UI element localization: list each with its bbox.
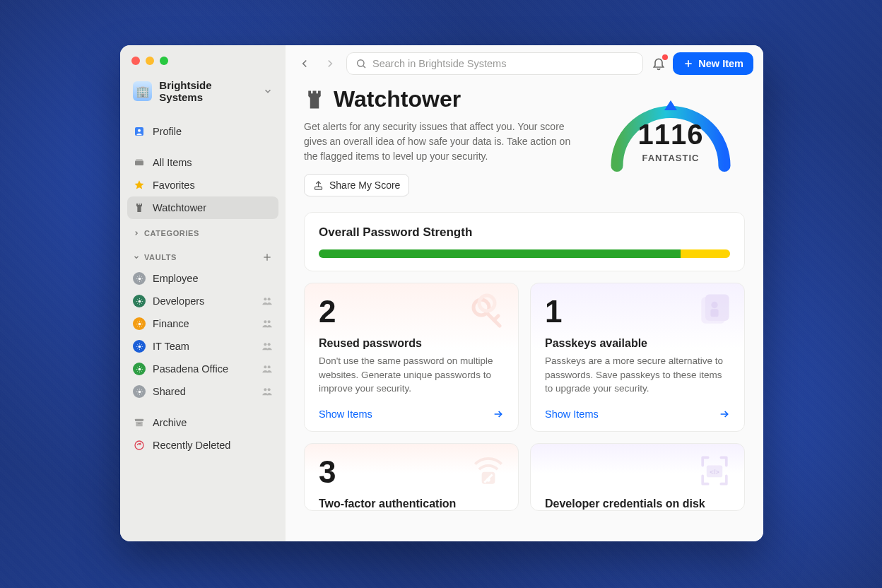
page-title-text: Watchtower [334, 86, 461, 112]
arrow-right-icon [719, 408, 730, 420]
star-icon [133, 179, 146, 192]
svg-point-13 [138, 345, 141, 348]
arrow-right-icon [493, 408, 504, 420]
card-title: Passkeys available [545, 337, 730, 350]
card-title: Two-factor authentication [319, 498, 504, 510]
account-switcher[interactable]: 🏢 Brightside Systems [127, 75, 278, 107]
vault-label: Employee [153, 273, 198, 284]
svg-point-9 [268, 298, 271, 300]
app-window: 🏢 Brightside Systems Profile All Items [120, 45, 763, 541]
vault-item[interactable]: Shared [127, 380, 278, 403]
shared-icon [261, 363, 273, 375]
sidebar-item-favorites[interactable]: Favorites [127, 174, 278, 196]
svg-rect-30 [315, 187, 322, 189]
search-input[interactable] [372, 58, 634, 69]
passkey-icon [695, 290, 734, 330]
svg-point-36 [711, 302, 717, 308]
svg-rect-35 [705, 295, 729, 321]
chevron-right-icon [133, 230, 140, 237]
svg-point-7 [138, 300, 141, 302]
sidebar-item-deleted[interactable]: Recently Deleted [127, 434, 278, 457]
lock-wifi-icon [469, 451, 508, 490]
share-label: Share My Score [329, 180, 400, 191]
vault-label: Shared [153, 386, 186, 397]
vault-icon [133, 363, 146, 375]
vault-label: Finance [153, 318, 189, 329]
sidebar-item-archive[interactable]: Archive [127, 411, 278, 434]
sidebar-label: Recently Deleted [153, 440, 230, 451]
search-box[interactable] [346, 52, 643, 75]
vault-item[interactable]: IT Team [127, 335, 278, 358]
account-icon: 🏢 [133, 81, 152, 101]
search-icon [355, 58, 367, 69]
add-vault-button[interactable] [261, 252, 273, 263]
window-controls [127, 54, 278, 75]
card-desc: Don't use the same password on multiple … [319, 354, 504, 396]
svg-point-18 [268, 365, 271, 368]
svg-rect-22 [135, 419, 143, 421]
vault-label: Pasadena Office [153, 363, 228, 375]
svg-point-8 [264, 298, 266, 300]
show-items-link[interactable]: Show Items [545, 408, 730, 420]
main-content: New Item Watchtower Get alerts for any s… [286, 45, 763, 541]
sidebar-label: Profile [153, 126, 182, 137]
svg-rect-3 [136, 159, 142, 161]
show-items-link[interactable]: Show Items [319, 408, 504, 420]
close-window[interactable] [131, 57, 140, 65]
sidebar-label: All Items [153, 157, 192, 168]
svg-rect-2 [135, 160, 143, 165]
vault-item[interactable]: Pasadena Office [127, 358, 278, 380]
vault-item[interactable]: Employee [127, 267, 278, 290]
svg-point-21 [268, 388, 271, 391]
svg-point-25 [135, 441, 143, 449]
card-reused-passwords: 2 Reused passwords Don't use the same pa… [304, 283, 519, 432]
notification-badge [662, 54, 668, 60]
vault-icon [133, 385, 146, 398]
section-vaults[interactable]: VAULTS [127, 242, 278, 267]
svg-line-27 [363, 66, 365, 68]
panel-title: Overall Password Strength [319, 225, 730, 240]
section-categories[interactable]: CATEGORIES [127, 219, 278, 242]
section-label: CATEGORIES [144, 229, 199, 237]
svg-point-17 [264, 365, 266, 368]
notifications-button[interactable] [652, 57, 666, 71]
strength-yellow-segment [681, 249, 730, 258]
share-score-button[interactable]: Share My Score [304, 174, 409, 196]
back-button[interactable] [295, 54, 314, 73]
tower-icon [133, 201, 146, 214]
sidebar-item-all[interactable]: All Items [127, 151, 278, 174]
maximize-window[interactable] [160, 57, 168, 65]
page-description: Get alerts for any security issues that … [304, 119, 582, 164]
svg-rect-24 [138, 423, 141, 424]
score-value: 1116 [604, 119, 738, 151]
vault-icon [133, 295, 146, 307]
link-label: Show Items [545, 408, 599, 420]
vault-label: Developers [153, 295, 204, 307]
minimize-window[interactable] [146, 57, 154, 65]
chevron-down-icon [133, 254, 140, 261]
code-brackets-icon: </> [695, 451, 734, 490]
forward-button[interactable] [321, 54, 339, 73]
vault-label: IT Team [153, 341, 189, 352]
svg-point-6 [138, 277, 141, 280]
sidebar: 🏢 Brightside Systems Profile All Items [120, 45, 286, 541]
new-item-button[interactable]: New Item [673, 52, 753, 75]
shared-icon [261, 318, 273, 329]
sidebar-item-profile[interactable]: Profile [127, 120, 278, 143]
vault-icon [133, 317, 146, 330]
vault-icon [133, 340, 146, 353]
shared-icon [261, 341, 273, 352]
svg-point-20 [264, 388, 266, 391]
vault-item[interactable]: Finance [127, 312, 278, 335]
svg-point-11 [264, 320, 266, 323]
svg-point-12 [268, 320, 271, 323]
card-2fa: 3 Two-factor authentication [304, 443, 519, 511]
vault-list: Employee Developers Finance IT Team Pasa… [127, 267, 278, 403]
vault-item[interactable]: Developers [127, 290, 278, 312]
watchtower-hero: Watchtower Get alerts for any security i… [304, 86, 745, 196]
profile-icon [133, 125, 146, 138]
score-gauge: 1116 FANTASTIC [596, 86, 745, 178]
new-item-label: New Item [698, 58, 743, 69]
sidebar-item-watchtower[interactable]: Watchtower [127, 196, 278, 219]
keys-icon [466, 290, 508, 333]
